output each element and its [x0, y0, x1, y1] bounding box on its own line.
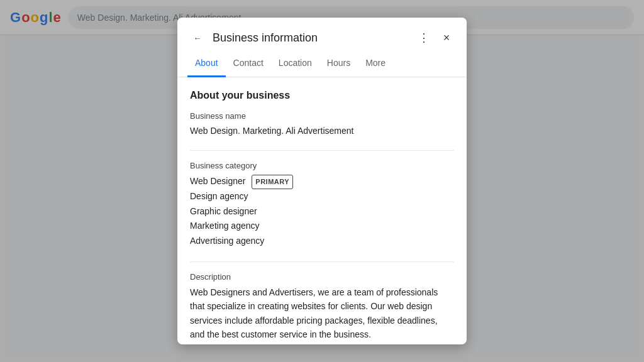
- tab-more[interactable]: More: [358, 50, 393, 77]
- modal-title: Business information: [213, 31, 414, 45]
- close-icon: ×: [443, 31, 450, 45]
- business-name-label: Business name: [190, 111, 454, 121]
- tab-about[interactable]: About: [187, 50, 226, 77]
- business-category-label: Business category: [190, 161, 454, 170]
- category-item-0: Web Designer PRIMARY: [190, 174, 454, 189]
- about-section-title: About your business: [190, 90, 454, 101]
- more-options-button[interactable]: ⋮: [414, 28, 434, 48]
- category-item-3: Marketing agency: [190, 219, 454, 234]
- close-button[interactable]: ×: [436, 28, 457, 48]
- modal-header: ← Business information ⋮ ×: [177, 18, 467, 48]
- business-name-field: Business name Web Design. Marketing. Ali…: [190, 111, 454, 138]
- back-icon: ←: [193, 33, 201, 43]
- category-item-1: Design agency: [190, 189, 454, 204]
- business-category-field: Business category Web Designer PRIMARY D…: [190, 161, 454, 249]
- tab-contact[interactable]: Contact: [226, 50, 271, 77]
- description-field: Description Web Designers and Advertiser…: [190, 272, 454, 342]
- category-list: Web Designer PRIMARY Design agency Graph…: [190, 174, 454, 249]
- primary-badge: PRIMARY: [252, 175, 293, 189]
- header-actions: ⋮ ×: [414, 28, 457, 48]
- category-item-2: Graphic designer: [190, 204, 454, 219]
- description-value: Web Designers and Advertisers, we are a …: [190, 285, 454, 342]
- category-item-4: Advertising agency: [190, 234, 454, 249]
- category-name-0: Web Designer: [190, 176, 245, 186]
- business-name-value: Web Design. Marketing. Ali Advertisement: [190, 124, 454, 138]
- description-label: Description: [190, 272, 454, 282]
- divider-1: [190, 150, 454, 151]
- back-button[interactable]: ←: [187, 28, 208, 48]
- more-icon: ⋮: [418, 31, 430, 45]
- tab-hours[interactable]: Hours: [319, 50, 358, 77]
- tab-location[interactable]: Location: [271, 50, 319, 77]
- business-info-modal: ← Business information ⋮ × About Contact…: [177, 18, 467, 344]
- divider-2: [190, 261, 454, 262]
- modal-overlay: ← Business information ⋮ × About Contact…: [0, 0, 644, 362]
- modal-content: About your business Business name Web De…: [177, 77, 467, 344]
- tab-bar: About Contact Location Hours More: [177, 50, 467, 77]
